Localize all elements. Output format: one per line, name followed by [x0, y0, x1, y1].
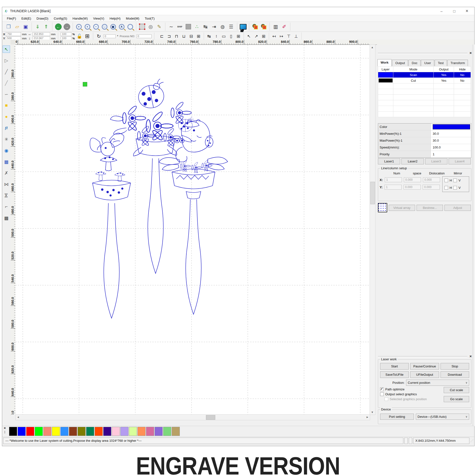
offset-tool-icon[interactable]: ⌐	[3, 203, 10, 210]
push-right-icon[interactable]: ↦	[278, 33, 285, 39]
same-height-icon[interactable]: ▯	[228, 33, 234, 39]
panel-scrollbar[interactable]	[472, 45, 475, 426]
mirror-v-checkbox[interactable]	[453, 179, 457, 182]
menu-item-help[interactable]: Help(H)	[107, 16, 123, 21]
menu-item-draw[interactable]: Draw(D)	[34, 16, 51, 21]
polyline-tool-icon[interactable]: ╱	[3, 79, 10, 86]
laser1-button[interactable]: Laser1	[378, 158, 400, 164]
path-optimize-checkbox[interactable]	[380, 388, 384, 391]
node-net-icon[interactable]: ∴	[193, 23, 200, 30]
array-tool-icon[interactable]: ▩	[3, 214, 10, 221]
palette-color-swatch[interactable]	[17, 427, 26, 436]
layer-table[interactable]: LayerModeOutputHideScanYesNoCutYesNo	[378, 66, 471, 117]
palette-color-swatch[interactable]	[146, 427, 154, 436]
menu-item-tool[interactable]: Tool(T)	[142, 16, 157, 21]
laser3-button[interactable]: Laser3	[425, 158, 447, 164]
canvas-vertical-scrollbar[interactable]: ▲ ▼	[370, 45, 375, 415]
vertical-scroll-thumb[interactable]	[370, 182, 375, 204]
close-button[interactable]: ✕	[461, 8, 472, 14]
mirror-h-checkbox[interactable]	[444, 186, 448, 189]
h-distribute-icon[interactable]: ↹	[202, 23, 209, 30]
num-field[interactable]: 1	[385, 185, 402, 189]
laser4-button[interactable]: Laser4	[449, 158, 471, 164]
export-icon[interactable]: ⇑	[43, 23, 50, 30]
canvas-horizontal-scrollbar[interactable]: ◄ ►	[16, 414, 370, 420]
h-edge-icon[interactable]: ⇥	[211, 23, 218, 30]
palette-color-swatch[interactable]	[112, 427, 120, 436]
property-value[interactable]: 1	[431, 151, 471, 157]
menu-item-config[interactable]: Config(S)	[51, 16, 70, 21]
layer-row[interactable]: CutYesNo	[378, 78, 471, 84]
layer-mode-cell[interactable]: Cut	[393, 78, 434, 84]
start-button[interactable]: Start	[380, 363, 409, 370]
group-color-icon[interactable]	[252, 23, 258, 30]
menu-item-model[interactable]: Model(M)	[123, 16, 142, 21]
space-field[interactable]: 0.000	[404, 177, 421, 182]
palette-color-swatch[interactable]	[154, 427, 163, 436]
layer-row[interactable]: ScanYesNo	[378, 72, 471, 78]
rotate-field[interactable]: 0	[103, 34, 116, 38]
draw-curve-icon[interactable]: ∼	[168, 23, 175, 30]
import-icon[interactable]: ⇓	[34, 23, 41, 30]
menu-item-edit[interactable]: Edit(E)	[19, 16, 34, 21]
array-button-virtual[interactable]: Virtual array	[389, 205, 415, 211]
rect-tool-icon[interactable]: ■	[3, 102, 10, 109]
scroll-right-icon[interactable]: ►	[365, 415, 370, 420]
selected-graphics-position-checkbox[interactable]	[385, 397, 388, 401]
move-top-right-icon[interactable]: ↗	[253, 33, 259, 39]
ellipse-tool-icon[interactable]: ●	[3, 113, 10, 120]
zoom-page-icon[interactable]: □	[101, 23, 108, 30]
dislocation-field[interactable]: 0.000	[423, 177, 440, 182]
palette-color-swatch[interactable]	[26, 427, 34, 436]
port-setting-button[interactable]: Port setting	[380, 414, 414, 420]
menu-item-view[interactable]: View(V)	[90, 16, 107, 21]
device-dropdown[interactable]: Device---(USB:Auto) ∨	[416, 414, 469, 420]
move-top-left-icon[interactable]: ↖	[246, 33, 252, 39]
palette-color-swatch[interactable]	[86, 427, 94, 436]
tab-work[interactable]: Work	[377, 59, 391, 66]
work-list-icon[interactable]: ☰	[228, 23, 235, 30]
mirror-h-checkbox[interactable]	[444, 179, 448, 182]
push-bottom-icon[interactable]: ⊥	[293, 33, 299, 39]
scroll-up-icon[interactable]: ▲	[370, 45, 375, 50]
lock-ratio-icon[interactable]: 🔓	[76, 33, 83, 39]
palette-color-swatch[interactable]	[172, 427, 180, 436]
bmp-tool-icon[interactable]: BMP	[176, 23, 183, 30]
palette-color-swatch[interactable]	[35, 427, 43, 436]
tab-user[interactable]: User	[421, 60, 434, 66]
array-button-adjust[interactable]: Adjust	[444, 205, 471, 211]
array-button-bestrew...[interactable]: Bestrew...	[417, 205, 443, 211]
ungroup-color-icon[interactable]	[260, 23, 267, 30]
tab-output[interactable]: Output	[392, 60, 408, 66]
zoom-pan-icon[interactable]: +	[75, 23, 82, 30]
align-left-icon[interactable]: ⊏	[159, 33, 165, 39]
open-folder-icon[interactable]: ▱	[14, 23, 20, 30]
num-field[interactable]: 1	[385, 177, 402, 182]
zoom-all-icon[interactable]: A	[118, 23, 125, 30]
bezier-tool-icon[interactable]: ∽	[3, 90, 10, 98]
layer-color-swatch[interactable]	[378, 78, 393, 84]
tab-transform[interactable]: Transform	[447, 60, 468, 66]
palette-color-swatch[interactable]	[69, 427, 77, 436]
space-h-icon[interactable]: ↹	[206, 33, 212, 39]
palette-close-icon[interactable]: ✕	[4, 426, 6, 430]
save-icon[interactable]: ▣	[22, 23, 29, 30]
zoom-select-icon[interactable]	[127, 23, 134, 30]
laser-pointer-icon[interactable]: ✐	[281, 23, 288, 30]
palette-color-swatch[interactable]	[60, 427, 68, 436]
node-select-tool-icon[interactable]: ▷	[3, 57, 10, 64]
space-v-icon[interactable]: ↕	[213, 33, 220, 39]
process-no-field[interactable]: 0	[136, 34, 152, 38]
palette-color-swatch[interactable]	[95, 427, 103, 436]
menu-item-handle[interactable]: Handle(W)	[70, 16, 90, 21]
property-value[interactable]: 100.0	[431, 144, 471, 151]
maximize-button[interactable]: □	[449, 9, 459, 14]
layer-color-swatch[interactable]	[378, 72, 393, 78]
laser2-button[interactable]: Laser2	[401, 158, 424, 164]
laser-head-icon[interactable]: ◍	[219, 23, 226, 30]
zoom-grid-icon[interactable]: ▦	[110, 23, 117, 30]
property-value[interactable]: 30.0	[431, 130, 471, 137]
star-tool-icon[interactable]: ✳	[3, 136, 10, 143]
delete-tool-icon[interactable]: ✗	[3, 169, 10, 177]
new-file-icon[interactable]: ❒	[5, 23, 12, 30]
